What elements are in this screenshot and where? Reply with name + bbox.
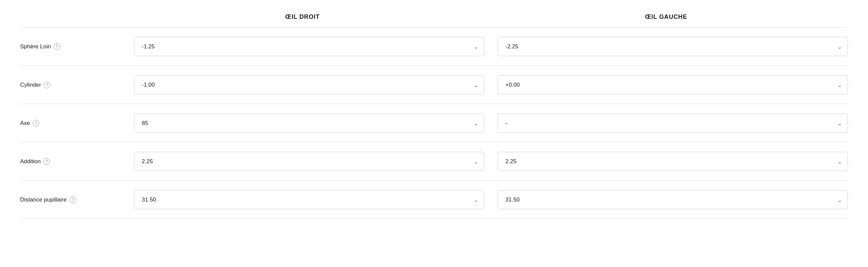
right-select-wrapper-axe: 1020304050607080859010011012013014015016… — [134, 113, 484, 133]
header-row: ŒIL DROIT ŒIL GAUCHE — [20, 14, 848, 24]
help-icon-axe[interactable]: ? — [32, 120, 39, 127]
header-left-eye: ŒIL GAUCHE — [484, 14, 848, 21]
right-select-distance-pupillaire[interactable]: 28.0028.5029.0029.5030.0030.5031.0031.50… — [134, 190, 484, 209]
left-select-axe[interactable]: -102030405060708090100110120130140150160… — [498, 113, 848, 133]
label-axe: Axe? — [20, 120, 121, 127]
form-row-addition: Addition?1.001.251.501.752.002.252.502.7… — [20, 142, 848, 180]
left-select-wrapper-distance-pupillaire: 28.0028.5029.0029.5030.0030.5031.0031.50… — [498, 190, 848, 209]
help-icon-cylinder[interactable]: ? — [43, 82, 50, 88]
right-select-cylinder[interactable]: -2.00-1.75-1.50-1.25-1.00-0.75-0.50-0.25… — [134, 75, 484, 95]
left-select-addition[interactable]: 1.001.251.501.752.002.252.502.753.00 — [498, 152, 848, 171]
label-text-axe: Axe — [20, 120, 30, 127]
left-select-wrapper-addition: 1.001.251.501.752.002.252.502.753.00⌄ — [498, 152, 848, 171]
left-select-wrapper-cylinder: -2.00-1.75-1.50-1.25-1.00-0.75-0.50-0.25… — [498, 75, 848, 95]
left-select-cylinder[interactable]: -2.00-1.75-1.50-1.25-1.00-0.75-0.50-0.25… — [498, 75, 848, 95]
label-addition: Addition? — [20, 158, 121, 165]
left-select-sphere-loin[interactable]: -3.00-2.75-2.50-2.25-2.00-1.75-1.50-1.25… — [498, 37, 848, 56]
right-select-addition[interactable]: 1.001.251.501.752.002.252.502.753.00 — [134, 152, 484, 171]
help-icon-sphere-loin[interactable]: ? — [54, 43, 60, 50]
right-select-sphere-loin[interactable]: -3.00-2.75-2.50-2.25-2.00-1.75-1.50-1.25… — [134, 37, 484, 56]
header-right-eye: ŒIL DROIT — [121, 14, 484, 21]
label-distance-pupillaire: Distance pupillaire? — [20, 196, 121, 203]
right-select-wrapper-sphere-loin: -3.00-2.75-2.50-2.25-2.00-1.75-1.50-1.25… — [134, 37, 484, 56]
left-select-wrapper-axe: -102030405060708090100110120130140150160… — [498, 113, 848, 133]
label-sphere-loin: Sphère Loin? — [20, 43, 121, 50]
form-row-sphere-loin: Sphère Loin?-3.00-2.75-2.50-2.25-2.00-1.… — [20, 27, 848, 65]
left-select-distance-pupillaire[interactable]: 28.0028.5029.0029.5030.0030.5031.0031.50… — [498, 190, 848, 209]
form-row-axe: Axe?102030405060708085901001101201301401… — [20, 104, 848, 142]
form-rows-container: Sphère Loin?-3.00-2.75-2.50-2.25-2.00-1.… — [20, 27, 848, 219]
right-select-wrapper-distance-pupillaire: 28.0028.5029.0029.5030.0030.5031.0031.50… — [134, 190, 484, 209]
right-select-wrapper-addition: 1.001.251.501.752.002.252.502.753.00⌄ — [134, 152, 484, 171]
help-icon-addition[interactable]: ? — [43, 158, 50, 165]
label-text-sphere-loin: Sphère Loin — [20, 43, 51, 50]
label-text-addition: Addition — [20, 158, 40, 165]
main-container: ŒIL DROIT ŒIL GAUCHE Sphère Loin?-3.00-2… — [0, 0, 868, 267]
right-select-wrapper-cylinder: -2.00-1.75-1.50-1.25-1.00-0.75-0.50-0.25… — [134, 75, 484, 95]
right-select-axe[interactable]: 1020304050607080859010011012013014015016… — [134, 113, 484, 133]
label-text-distance-pupillaire: Distance pupillaire — [20, 196, 67, 203]
label-text-cylinder: Cylinder — [20, 82, 41, 88]
form-row-cylinder: Cylinder?-2.00-1.75-1.50-1.25-1.00-0.75-… — [20, 65, 848, 104]
left-select-wrapper-sphere-loin: -3.00-2.75-2.50-2.25-2.00-1.75-1.50-1.25… — [498, 37, 848, 56]
header-empty-cell — [20, 14, 121, 21]
form-row-distance-pupillaire: Distance pupillaire?28.0028.5029.0029.50… — [20, 180, 848, 219]
help-icon-distance-pupillaire[interactable]: ? — [69, 196, 76, 203]
label-cylinder: Cylinder? — [20, 82, 121, 88]
